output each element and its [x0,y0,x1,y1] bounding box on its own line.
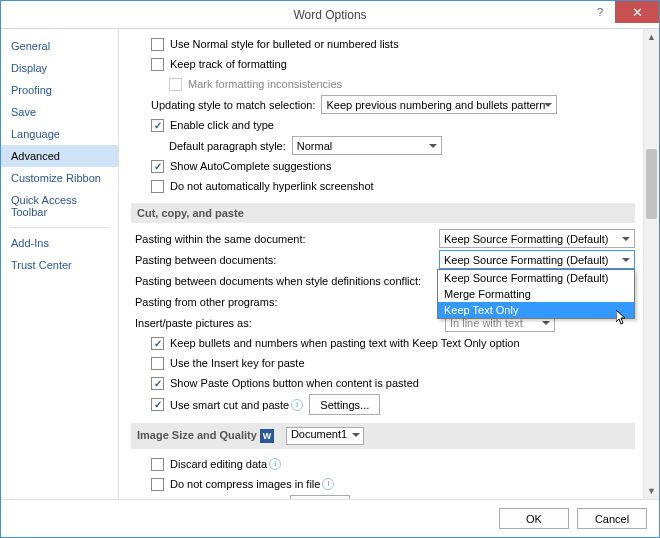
checkbox-use-insert-key[interactable] [151,357,164,370]
checkbox-enable-click-type[interactable] [151,119,164,132]
sidebar-item-language[interactable]: Language [1,123,118,145]
label-discard-editing: Discard editing data [170,458,267,470]
checkbox-no-compress[interactable] [151,478,164,491]
cancel-button[interactable]: Cancel [577,508,647,529]
label-normal-style: Use Normal style for bulleted or numbere… [170,38,399,50]
section-image-quality: Image Size and Quality WDocument1 [131,423,635,449]
label-keep-track: Keep track of formatting [170,58,287,70]
checkbox-keep-bullets[interactable] [151,337,164,350]
dropdown-option-keep-text-only[interactable]: Keep Text Only [438,302,634,318]
label-updating-style: Updating style to match selection: [151,99,315,111]
checkbox-no-auto-hyperlink[interactable] [151,180,164,193]
label-mark-inconsistencies: Mark formatting inconsistencies [188,78,342,90]
checkbox-show-paste-options[interactable] [151,377,164,390]
scroll-down-arrow[interactable]: ▼ [644,483,659,499]
label-insert-pictures: Insert/paste pictures as: [135,317,252,329]
vertical-scrollbar[interactable]: ▲ ▼ [643,29,659,499]
select-image-quality-doc[interactable]: Document1 [286,427,364,445]
sidebar-item-proofing[interactable]: Proofing [1,79,118,101]
label-paste-within: Pasting within the same document: [135,233,306,245]
info-icon[interactable]: i [322,478,334,490]
checkbox-smart-cut-paste[interactable] [151,398,164,411]
select-paste-within[interactable]: Keep Source Formatting (Default) [439,229,635,248]
options-panel: Use Normal style for bulleted or numbere… [119,29,643,499]
help-button[interactable]: ? [585,1,615,23]
sidebar-item-advanced[interactable]: Advanced [1,145,118,167]
label-paste-between: Pasting between documents: [135,254,276,266]
section-cut-copy-paste: Cut, copy, and paste [131,203,635,223]
label-default-para-style: Default paragraph style: [169,140,286,152]
label-smart-cut-paste: Use smart cut and paste [170,399,289,411]
dialog-footer: OK Cancel [1,499,659,537]
sidebar-item-display[interactable]: Display [1,57,118,79]
sidebar-item-addins[interactable]: Add-Ins [1,232,118,254]
label-use-insert-key: Use the Insert key for paste [170,357,305,369]
ok-button[interactable]: OK [499,508,569,529]
scroll-thumb[interactable] [646,149,657,219]
checkbox-autocomplete[interactable] [151,160,164,173]
select-target-output[interactable]: 220 ppi [290,495,350,499]
label-no-compress: Do not compress images in file [170,478,320,490]
label-paste-other: Pasting from other programs: [135,296,277,308]
label-no-auto-hyperlink: Do not automatically hyperlink screensho… [170,180,374,192]
checkbox-normal-style[interactable] [151,38,164,51]
sidebar-item-customize-ribbon[interactable]: Customize Ribbon [1,167,118,189]
dropdown-paste-between-open: Keep Source Formatting (Default) Merge F… [437,269,635,319]
sidebar-item-save[interactable]: Save [1,101,118,123]
close-button[interactable]: ✕ [615,1,659,23]
label-target-output: Set default target output to: [151,499,284,500]
label-keep-bullets: Keep bullets and numbers when pasting te… [170,337,520,349]
dropdown-option-merge[interactable]: Merge Formatting [438,286,634,302]
select-default-para-style[interactable]: Normal [292,136,442,155]
label-enable-click-type: Enable click and type [170,119,274,131]
label-show-paste-options: Show Paste Options button when content i… [170,377,419,389]
settings-button[interactable]: Settings... [309,394,380,415]
word-options-dialog: Word Options ? ✕ General Display Proofin… [0,0,660,538]
checkbox-mark-inconsistencies [169,78,182,91]
titlebar: Word Options ? ✕ [1,1,659,29]
label-paste-conflict: Pasting between documents when style def… [135,275,421,287]
info-icon[interactable]: i [291,399,303,411]
label-autocomplete: Show AutoComplete suggestions [170,160,331,172]
info-icon[interactable]: i [269,458,281,470]
scroll-up-arrow[interactable]: ▲ [644,29,659,45]
dropdown-option-keep-source[interactable]: Keep Source Formatting (Default) [438,270,634,286]
sidebar-separator [9,227,110,228]
checkbox-discard-editing[interactable] [151,458,164,471]
sidebar-item-general[interactable]: General [1,35,118,57]
checkbox-keep-track[interactable] [151,58,164,71]
sidebar-item-quick-access[interactable]: Quick Access Toolbar [1,189,118,223]
select-paste-between[interactable]: Keep Source Formatting (Default) [439,250,635,269]
sidebar-item-trust-center[interactable]: Trust Center [1,254,118,276]
word-doc-icon: W [260,429,274,443]
dialog-title: Word Options [293,8,366,22]
category-sidebar: General Display Proofing Save Language A… [1,29,119,499]
select-updating-style[interactable]: Keep previous numbering and bullets patt… [321,95,557,114]
